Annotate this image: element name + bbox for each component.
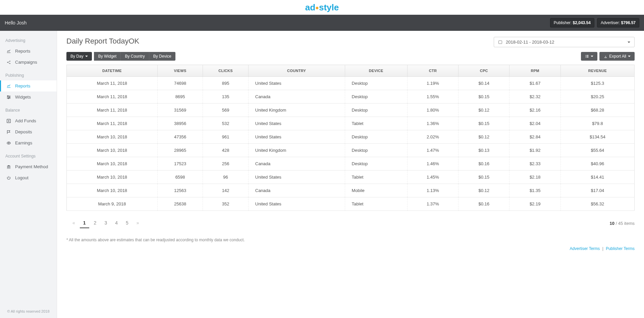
th-views[interactable]: VIEWS xyxy=(157,65,203,77)
by-widget-button[interactable]: By Widget xyxy=(94,52,121,61)
list-view-button[interactable] xyxy=(581,52,597,61)
page-5[interactable]: 5 xyxy=(122,218,132,228)
cell-rpm: $2.04 xyxy=(509,117,560,130)
sidebar-item-earnings[interactable]: Earnings xyxy=(0,137,57,148)
cell-rpm: $2.84 xyxy=(509,130,560,144)
cell-views: 17523 xyxy=(157,157,203,171)
cell-views: 28965 xyxy=(157,144,203,157)
cell-ctr: 1.19% xyxy=(407,77,458,90)
date-range-picker[interactable]: 2018-02-11 - 2018-03-12 xyxy=(494,37,635,47)
cell-ctr: 1.13% xyxy=(407,184,458,197)
sidebar-item-deposits[interactable]: Deposits xyxy=(0,126,57,137)
separator: | xyxy=(602,246,603,251)
publisher-balance[interactable]: Publisher: $2,043.54 xyxy=(550,18,594,27)
th-country[interactable]: COUNTRY xyxy=(248,65,345,77)
page-4[interactable]: 4 xyxy=(112,218,121,228)
btn-label: By Device xyxy=(153,54,171,59)
footer-links: Advertiser Terms | Publisher Terms xyxy=(66,246,635,251)
by-device-button[interactable]: By Device xyxy=(149,52,175,61)
cell-revenue: $125.3 xyxy=(560,77,634,90)
cell-revenue: $55.64 xyxy=(560,144,634,157)
th-device[interactable]: DEVICE xyxy=(345,65,407,77)
cell-views: 6598 xyxy=(157,171,203,184)
export-all-button[interactable]: Export All xyxy=(599,52,635,61)
th-revenue[interactable]: REVENUE xyxy=(560,65,634,77)
th-clicks[interactable]: CLICKS xyxy=(203,65,248,77)
cell-rpm: $2.19 xyxy=(509,197,560,211)
sidebar-item-campaigns[interactable]: Campaigns xyxy=(0,57,57,68)
report-table: DATETIME VIEWS CLICKS COUNTRY DEVICE CTR… xyxy=(66,65,635,211)
cell-datetime: March 10, 2018 xyxy=(67,171,158,184)
th-rpm[interactable]: RPM xyxy=(509,65,560,77)
publisher-label: Publisher: xyxy=(554,20,573,25)
cell-clicks: 532 xyxy=(203,117,248,130)
cell-ctr: 1.46% xyxy=(407,157,458,171)
svg-point-7 xyxy=(8,142,9,143)
cell-ctr: 2.02% xyxy=(407,130,458,144)
table-row: March 10, 201817523256CanadaDesktop1.46%… xyxy=(67,157,635,171)
plus-box-icon xyxy=(6,119,11,123)
cell-datetime: March 9, 2018 xyxy=(67,197,158,211)
date-range-text: 2018-02-11 - 2018-03-12 xyxy=(506,40,554,45)
cell-ctr: 1.80% xyxy=(407,104,458,117)
chevron-down-icon xyxy=(628,56,631,57)
cell-clicks: 96 xyxy=(203,171,248,184)
item-count: 10 / 45 items xyxy=(610,221,635,226)
page-2[interactable]: 2 xyxy=(91,218,100,228)
page-next[interactable]: » xyxy=(133,218,143,228)
advertiser-terms-link[interactable]: Advertiser Terms xyxy=(570,246,600,251)
table-row: March 10, 2018659896United StatesTablet1… xyxy=(67,171,635,184)
sidebar-label: Payment Method xyxy=(15,164,48,169)
page-3[interactable]: 3 xyxy=(101,218,110,228)
publisher-value: $2,043.54 xyxy=(573,20,591,25)
sidebar-item-adv-reports[interactable]: Reports xyxy=(0,46,57,57)
cell-country: Canada xyxy=(248,157,345,171)
cell-clicks: 135 xyxy=(203,90,248,104)
sidebar-label: Reports xyxy=(15,49,31,54)
sliders-icon xyxy=(6,95,11,100)
sidebar-label: Logout xyxy=(15,175,29,180)
cell-revenue: $68.28 xyxy=(560,104,634,117)
advertiser-balance[interactable]: Advertiser: $796.57 xyxy=(597,18,639,27)
th-datetime[interactable]: DATETIME xyxy=(67,65,158,77)
cell-country: United States xyxy=(248,117,345,130)
sidebar-item-payment-method[interactable]: Payment Method xyxy=(0,161,57,172)
total-text: / 45 items xyxy=(614,221,635,226)
sidebar-item-add-funds[interactable]: Add Funds xyxy=(0,115,57,126)
cell-cpc: $0.15 xyxy=(459,171,509,184)
download-icon xyxy=(604,55,607,58)
page-prev[interactable]: « xyxy=(69,218,78,228)
cell-cpc: $0.12 xyxy=(459,104,509,117)
cell-views: 74698 xyxy=(157,77,203,90)
cell-views: 8695 xyxy=(157,90,203,104)
logo-bullet-icon: ● xyxy=(315,4,319,11)
table-row: March 11, 201838956532United StatesTable… xyxy=(67,117,635,130)
cell-views: 31569 xyxy=(157,104,203,117)
cell-device: Tablet xyxy=(345,171,407,184)
logo[interactable]: ad●style xyxy=(305,2,339,13)
page-1[interactable]: 1 xyxy=(80,218,89,228)
cell-revenue: $20.25 xyxy=(560,90,634,104)
pagination: «12345» xyxy=(66,218,143,228)
th-cpc[interactable]: CPC xyxy=(459,65,509,77)
by-country-button[interactable]: By Country xyxy=(120,52,149,61)
sidebar-item-logout[interactable]: Logout xyxy=(0,172,57,183)
cell-cpc: $0.15 xyxy=(459,117,509,130)
cell-rpm: $1.92 xyxy=(509,144,560,157)
btn-label: By Widget xyxy=(98,54,117,59)
chevron-down-icon xyxy=(628,42,630,43)
cell-revenue: $79.8 xyxy=(560,117,634,130)
by-day-button[interactable]: By Day xyxy=(66,52,92,61)
th-ctr[interactable]: CTR xyxy=(407,65,458,77)
publisher-terms-link[interactable]: Publisher Terms xyxy=(606,246,635,251)
cell-clicks: 895 xyxy=(203,77,248,90)
chart-line-icon xyxy=(6,84,11,88)
page-title: Daily Report TodayOK xyxy=(66,37,139,46)
cell-revenue: $17.04 xyxy=(560,184,634,197)
cell-clicks: 352 xyxy=(203,197,248,211)
sidebar-item-pub-reports[interactable]: Reports xyxy=(0,80,57,91)
sidebar-item-widgets[interactable]: Widgets xyxy=(0,91,57,103)
cell-revenue: $40.96 xyxy=(560,157,634,171)
btn-label: By Country xyxy=(125,54,145,59)
table-row: March 10, 201847356961United StatesDeskt… xyxy=(67,130,635,144)
